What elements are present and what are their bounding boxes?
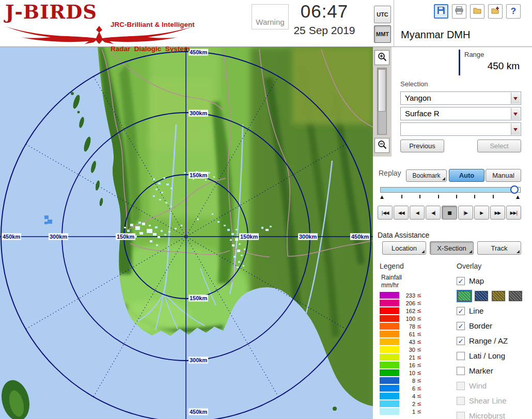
map-color-swatch[interactable] xyxy=(492,291,505,301)
legend-value: 30 xyxy=(402,347,415,353)
zoom-out-button[interactable] xyxy=(374,138,389,153)
map-color-swatch[interactable] xyxy=(509,291,522,301)
playback-stop-button[interactable]: ■ xyxy=(442,206,457,220)
radar-map[interactable]: 450km300km150km150km300km450km450km300km… xyxy=(0,47,373,419)
zoom-slider[interactable] xyxy=(377,68,387,135)
checkbox xyxy=(457,412,465,419)
playback-fast-forward-button[interactable]: ▶▶ xyxy=(490,206,505,220)
legend-row: 10≤ xyxy=(380,369,421,377)
header-bar: J-BIRDS JRC-Brilliant & Intelligent Rada… xyxy=(0,0,532,47)
dropdown-arrow-icon[interactable] xyxy=(511,92,520,104)
checkbox[interactable] xyxy=(457,352,465,360)
timeline-thumb[interactable] xyxy=(510,185,519,194)
legend-value: 206 xyxy=(402,300,415,306)
playback-frame-forward-button[interactable]: |▶ xyxy=(458,206,473,220)
legend-row: 2≤ xyxy=(380,400,421,408)
map-color-swatch[interactable] xyxy=(458,291,471,301)
legend-le-symbol: ≤ xyxy=(417,362,421,368)
playback-fast-rewind-button[interactable]: ◀◀ xyxy=(394,206,409,220)
overlay-item-marker[interactable]: Marker xyxy=(457,363,532,378)
legend-value: 233 xyxy=(402,292,415,299)
playback-skip-to-start-button[interactable]: |◀◀ xyxy=(378,206,393,220)
help-button[interactable]: ? xyxy=(506,4,521,19)
legend-value: 43 xyxy=(402,339,415,345)
legend-color-chip xyxy=(380,346,399,353)
zoom-strip xyxy=(373,47,392,157)
checkbox[interactable] xyxy=(457,367,465,375)
overlay-label: Line xyxy=(469,306,483,315)
overlay-label: Lati / Long xyxy=(469,351,505,360)
playback-skip-to-end-button[interactable]: ▶▶| xyxy=(506,206,521,220)
playback-frame-back-button[interactable]: ◀| xyxy=(426,206,441,220)
legend-list: 233≤206≤162≤100≤78≤61≤43≤30≤21≤16≤10≤8≤6… xyxy=(380,291,421,415)
selection-label: Selection xyxy=(400,80,428,88)
legend-value: 6 xyxy=(402,385,415,392)
x-section-button[interactable]: X-Section xyxy=(430,241,474,255)
previous-button[interactable]: Previous xyxy=(400,139,444,152)
legend-title: Legend xyxy=(380,262,404,270)
save-button[interactable] xyxy=(434,4,448,19)
zoom-slider-thumb[interactable] xyxy=(378,69,386,112)
save-icon xyxy=(436,6,446,17)
playback-step-back-button[interactable]: ◀ xyxy=(410,206,425,220)
legend-row: 16≤ xyxy=(380,361,421,369)
legend-row: 21≤ xyxy=(380,353,421,361)
legend-color-chip xyxy=(380,400,399,407)
legend-le-symbol: ≤ xyxy=(417,393,421,399)
range-label: 150km xyxy=(116,234,135,240)
warning-indicator[interactable]: Warning xyxy=(252,4,289,29)
extra-dropdown[interactable] xyxy=(400,122,521,136)
import-button[interactable] xyxy=(488,4,503,19)
legend-row: 30≤ xyxy=(380,346,421,353)
checkbox[interactable]: ✓ xyxy=(457,277,465,285)
auto-button[interactable]: Auto xyxy=(449,169,484,182)
legend-value: 2 xyxy=(402,401,415,407)
range-label: 150km xyxy=(189,295,208,302)
legend-color-chip xyxy=(380,354,399,361)
dropdown-arrow-icon[interactable] xyxy=(511,123,520,135)
dropdown-arrow-icon[interactable] xyxy=(511,108,520,119)
legend-row: 4≤ xyxy=(380,392,421,400)
range-label: 450km xyxy=(189,409,208,415)
overlay-label: Border xyxy=(469,321,492,330)
timeline-markers: ▲ ▲ xyxy=(380,194,521,199)
print-button[interactable] xyxy=(452,4,466,19)
legend-row: 100≤ xyxy=(380,315,421,322)
map-color-swatch[interactable] xyxy=(475,291,488,301)
overlay-item-lati-long[interactable]: Lati / Long xyxy=(457,348,532,363)
manual-button[interactable]: Manual xyxy=(486,169,521,182)
open-file-button[interactable] xyxy=(470,4,484,19)
track-button[interactable]: Track xyxy=(477,241,521,255)
range-label: Range xyxy=(464,51,484,58)
overlay-item-border[interactable]: ✓Border xyxy=(457,318,532,333)
playback-play-button[interactable]: ▶ xyxy=(474,206,489,220)
overlay-item-map[interactable]: ✓Map xyxy=(457,273,532,288)
overlay-label: Microburst xyxy=(469,411,505,419)
legend-value: 78 xyxy=(402,323,415,330)
checkbox[interactable]: ✓ xyxy=(457,307,465,315)
select-button[interactable]: Select xyxy=(477,139,521,152)
site-dropdown[interactable]: Yangon xyxy=(400,91,521,105)
utc-button[interactable]: UTC xyxy=(374,6,391,23)
location-button[interactable]: Location xyxy=(382,241,426,255)
overlay-label: Map xyxy=(469,276,484,285)
replay-timeline-slider[interactable] xyxy=(380,187,521,193)
range-label: 450km xyxy=(2,234,21,240)
data-assistance-buttons: LocationX-SectionTrack xyxy=(382,241,521,255)
legend-le-symbol: ≤ xyxy=(417,400,421,407)
product-dropdown[interactable]: Surface R xyxy=(400,107,521,120)
mmt-button[interactable]: MMT xyxy=(374,25,391,43)
checkbox[interactable]: ✓ xyxy=(457,322,465,330)
checkbox[interactable]: ✓ xyxy=(457,337,465,345)
overlay-item-range-az[interactable]: ✓Range / AZ xyxy=(457,333,532,348)
bookmark-button[interactable]: Bookmark xyxy=(406,169,447,182)
zoom-in-button[interactable] xyxy=(374,50,389,65)
legend-le-symbol: ≤ xyxy=(417,354,421,361)
legend-value: 21 xyxy=(402,354,415,361)
product-dropdown-value: Surface R xyxy=(405,107,440,120)
legend-color-chip xyxy=(380,362,399,368)
legend-color-chip xyxy=(380,408,399,415)
overlay-item-wind: Wind xyxy=(457,378,532,393)
overlay-item-line[interactable]: ✓Line xyxy=(457,303,532,318)
replay-label: Replay xyxy=(379,169,401,177)
